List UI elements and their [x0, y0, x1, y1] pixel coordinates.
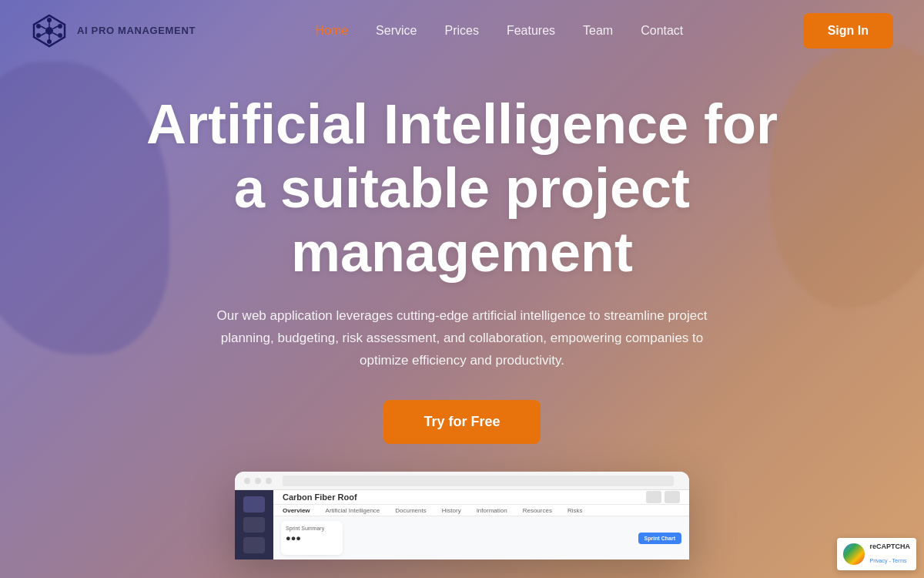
svg-point-4 — [58, 33, 62, 38]
app-topbar-actions — [646, 491, 680, 503]
titlebar-dot-red — [244, 478, 250, 484]
hero-subtitle: Our web application leverages cutting-ed… — [200, 305, 724, 372]
app-add-button[interactable]: Sprint Chart — [638, 533, 681, 544]
svg-line-11 — [41, 26, 46, 29]
app-card-sprint: Sprint Summary ●●● — [281, 521, 343, 555]
nav-item-team[interactable]: Team — [583, 24, 613, 38]
svg-point-1 — [45, 27, 53, 35]
app-screenshot-container: Carbon Fiber Roof Overview Artificial In… — [0, 472, 924, 560]
nav-item-prices[interactable]: Prices — [444, 24, 478, 38]
app-titlebar — [235, 472, 689, 490]
nav-item-features[interactable]: Features — [507, 24, 555, 38]
app-tab-risks: Risks — [564, 506, 586, 516]
app-tab-resources: Resources — [520, 506, 555, 516]
hero-title-line2: a suitable project — [234, 157, 690, 219]
svg-line-10 — [53, 26, 59, 29]
nav-item-service[interactable]: Service — [376, 24, 417, 38]
app-card-sprint-value: ●●● — [286, 533, 338, 543]
sidebar-icon-dashboard — [243, 496, 265, 512]
nav-item-contact[interactable]: Contact — [641, 24, 683, 38]
app-nav-tabs: Overview Artificial Intelligence Documen… — [273, 505, 689, 516]
app-screenshot: Carbon Fiber Roof Overview Artificial In… — [235, 472, 689, 560]
signin-button[interactable]: Sign In — [803, 13, 893, 49]
svg-point-6 — [36, 33, 41, 38]
app-tab-history: History — [439, 506, 464, 516]
svg-line-13 — [41, 33, 46, 36]
app-body: Sprint Summary ●●● Sprint Chart — [273, 516, 689, 560]
nav-link-service[interactable]: Service — [376, 24, 417, 37]
app-inner: Carbon Fiber Roof Overview Artificial In… — [235, 490, 689, 560]
app-tab-documents: Documents — [392, 506, 429, 516]
hero-title: Artificial Intelligence for a suitable p… — [15, 92, 909, 284]
app-tab-information: Information — [474, 506, 511, 516]
nav-link-home[interactable]: Home — [315, 24, 348, 37]
nav-link-prices[interactable]: Prices — [444, 24, 478, 37]
hero-section: Artificial Intelligence for a suitable p… — [0, 62, 924, 444]
titlebar-dot-green — [266, 478, 272, 484]
topbar-action-btn-2 — [665, 491, 680, 503]
svg-point-7 — [36, 24, 41, 29]
nav-link-contact[interactable]: Contact — [641, 24, 683, 37]
recaptcha-logo — [843, 543, 865, 565]
sidebar-icon-projects — [243, 517, 265, 533]
recaptcha-text-area: reCAPTCHA Privacy - Terms — [869, 543, 910, 566]
hero-title-line1: Artificial Intelligence for — [146, 93, 778, 155]
app-tab-overview: Overview — [280, 506, 313, 516]
nav-item-home[interactable]: Home — [315, 24, 348, 38]
topbar-action-btn-1 — [646, 491, 661, 503]
page-wrapper: AI PRO MANAGEMENT Home Service Prices Fe… — [0, 0, 924, 578]
sidebar-icon-tasks — [243, 537, 265, 553]
logo-link[interactable]: AI PRO MANAGEMENT — [31, 12, 196, 49]
svg-point-3 — [58, 24, 62, 29]
app-main-content: Carbon Fiber Roof Overview Artificial In… — [273, 490, 689, 560]
recaptcha-title: reCAPTCHA Privacy - Terms — [869, 543, 910, 564]
nav-link-features[interactable]: Features — [507, 24, 555, 37]
recaptcha-badge: reCAPTCHA Privacy - Terms — [837, 538, 916, 570]
navbar: AI PRO MANAGEMENT Home Service Prices Fe… — [0, 0, 924, 62]
logo-text: AI PRO MANAGEMENT — [77, 25, 196, 37]
app-sidebar — [235, 490, 273, 560]
titlebar-url-bar — [283, 476, 674, 486]
titlebar-dot-yellow — [255, 478, 261, 484]
try-for-free-button[interactable]: Try for Free — [383, 400, 540, 444]
app-project-title: Carbon Fiber Roof — [283, 492, 357, 502]
app-card-sprint-label: Sprint Summary — [286, 526, 338, 531]
recaptcha-links: Privacy - Terms — [869, 558, 906, 563]
svg-line-12 — [53, 33, 59, 36]
nav-link-team[interactable]: Team — [583, 24, 613, 37]
app-topbar: Carbon Fiber Roof — [273, 490, 689, 505]
logo-icon — [31, 12, 68, 49]
app-tab-ai: Artificial Intelligence — [323, 506, 383, 516]
hero-title-line3: management — [291, 221, 633, 283]
nav-links: Home Service Prices Features Team Contac… — [315, 24, 683, 38]
